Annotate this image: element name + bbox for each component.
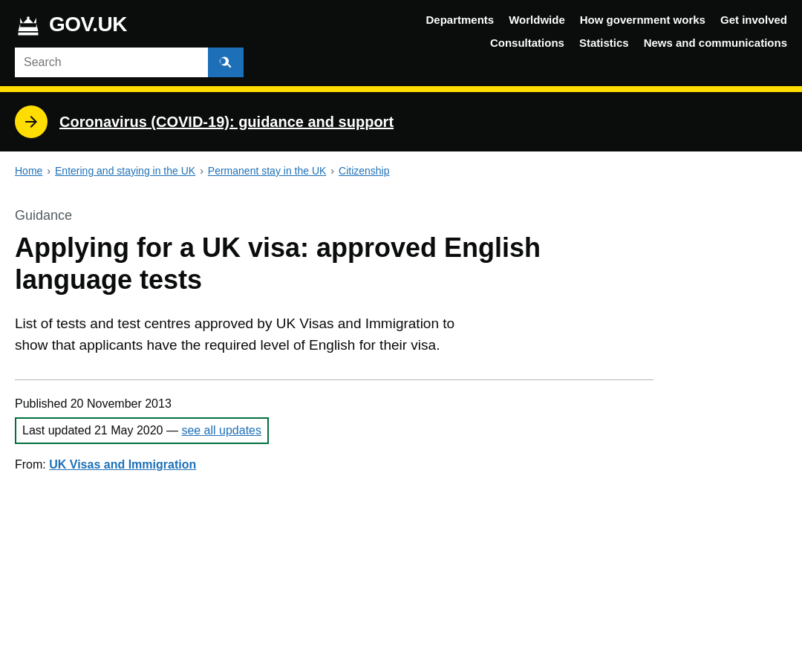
nav-worldwide[interactable]: Worldwide: [509, 12, 565, 29]
search-icon: [218, 55, 233, 70]
breadcrumb-sep-2: ›: [200, 163, 203, 179]
see-all-updates-link[interactable]: see all updates: [181, 424, 261, 437]
breadcrumb-citizenship[interactable]: Citizenship: [339, 163, 389, 179]
covid-arrow-icon: [15, 105, 48, 138]
site-header: GOV.UK Departments Worldwide: [0, 0, 802, 151]
nav-consultations[interactable]: Consultations: [490, 35, 564, 52]
main-content: Guidance Applying for a UK visa: approve…: [0, 191, 668, 503]
breadcrumb-permanent-stay[interactable]: Permanent stay in the UK: [208, 163, 327, 179]
yellow-bar: [0, 86, 802, 92]
crown-icon: [15, 11, 42, 38]
search-button[interactable]: [208, 48, 244, 77]
breadcrumb-sep-3: ›: [330, 163, 334, 179]
nav-how-government-works[interactable]: How government works: [580, 12, 705, 29]
logo-text: GOV.UK: [49, 9, 127, 40]
nav-row-2: Consultations Statistics News and commun…: [426, 35, 788, 52]
nav-departments[interactable]: Departments: [426, 12, 495, 29]
nav-row-1: Departments Worldwide How government wor…: [426, 12, 788, 29]
nav-get-involved[interactable]: Get involved: [720, 12, 787, 29]
from-prefix: From:: [15, 458, 49, 471]
from-line: From: UK Visas and Immigration: [15, 456, 653, 474]
last-updated-prefix: Last updated 21 May 2020 —: [22, 424, 181, 437]
covid-link[interactable]: Coronavirus (COVID-19): guidance and sup…: [59, 111, 394, 133]
from-link[interactable]: UK Visas and Immigration: [49, 458, 196, 471]
published-date: Published 20 November 2013: [15, 395, 653, 413]
nav-news-communications[interactable]: News and communications: [644, 35, 787, 52]
breadcrumb-entering-staying[interactable]: Entering and staying in the UK: [55, 163, 195, 179]
last-updated-box: Last updated 21 May 2020 — see all updat…: [15, 417, 269, 444]
meta-section: Published 20 November 2013 Last updated …: [15, 395, 653, 474]
nav-links: Departments Worldwide How government wor…: [426, 9, 788, 51]
breadcrumb-sep-1: ›: [47, 163, 50, 179]
breadcrumb: Home › Entering and staying in the UK › …: [0, 151, 802, 191]
arrow-right-icon: [22, 113, 40, 131]
search-area: [15, 48, 244, 77]
covid-banner: Coronavirus (COVID-19): guidance and sup…: [0, 92, 802, 151]
search-input[interactable]: [15, 48, 208, 77]
guidance-label: Guidance: [15, 206, 653, 226]
nav-statistics[interactable]: Statistics: [579, 35, 629, 52]
logo[interactable]: GOV.UK: [15, 9, 244, 40]
breadcrumb-home[interactable]: Home: [15, 163, 42, 179]
last-updated-text: Last updated 21 May 2020 — see all updat…: [22, 424, 261, 437]
divider: [15, 379, 653, 380]
page-description: List of tests and test centres approved …: [15, 313, 475, 356]
page-title: Applying for a UK visa: approved English…: [15, 232, 653, 296]
